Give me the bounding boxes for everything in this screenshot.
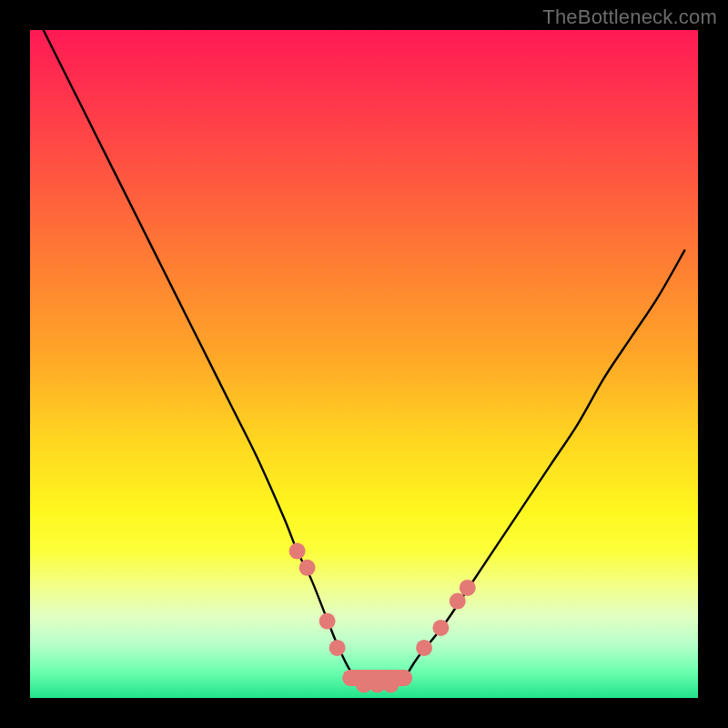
curve-marker [329, 640, 346, 656]
curve-marker [342, 670, 359, 686]
curve-marker [416, 640, 432, 656]
marker-group [289, 543, 476, 693]
curve-marker [450, 593, 466, 610]
chart-svg [30, 30, 698, 698]
curve-marker [319, 613, 336, 630]
watermark-text: TheBottleneck.com [542, 5, 717, 29]
curve-marker [289, 543, 306, 560]
curve-marker [460, 580, 476, 596]
curve-marker [396, 670, 412, 686]
curve-marker [432, 620, 449, 636]
plot-area [30, 30, 698, 698]
bottleneck-curve [44, 30, 685, 685]
curve-marker [299, 560, 316, 576]
chart-frame: TheBottleneck.com [0, 0, 728, 728]
curve-marker [356, 676, 372, 693]
curve-marker [369, 676, 386, 693]
curve-marker [382, 676, 399, 693]
